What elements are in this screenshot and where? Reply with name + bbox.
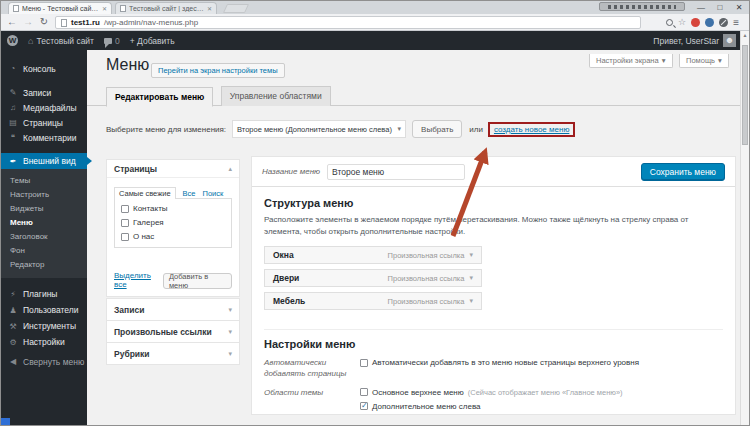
sidebar-item-pages[interactable]: ▤ Страницы xyxy=(1,115,87,130)
tab-edit-menus[interactable]: Редактировать меню xyxy=(106,87,213,107)
window-maximize-button[interactable]: □ xyxy=(712,1,728,13)
tab-view-all[interactable]: Все xyxy=(183,189,196,198)
reload-icon[interactable]: ↻ xyxy=(37,16,51,27)
adminbar-site-label: Тестовый сайт xyxy=(36,36,94,46)
forward-icon[interactable]: → xyxy=(21,16,35,27)
sidebar-item-media[interactable]: ♫ Медиафайлы xyxy=(1,100,87,115)
scrollbar-thumb[interactable] xyxy=(742,45,748,145)
sidebar-collapse-menu[interactable]: ◀ Свернуть меню xyxy=(1,354,87,369)
chevron-down-icon[interactable]: ▾ xyxy=(469,251,473,259)
tab-search[interactable]: Поиск xyxy=(203,189,224,198)
panel-toggle-icon[interactable]: ▴ xyxy=(228,165,232,173)
wp-admin-bar: W ⌂ Тестовый сайт 0 + Добавить Привет, U… xyxy=(1,31,742,50)
accordion-custom-links[interactable]: Произвольные ссылки ▾ xyxy=(106,320,240,343)
screen-options-button[interactable]: Настройки экрана ▾ xyxy=(589,54,673,68)
extension-icon-blue[interactable] xyxy=(705,18,714,27)
browser-tab-active[interactable]: Меню - Тестовый сайт — ✕ xyxy=(8,2,112,14)
submenu-item-themes[interactable]: Темы xyxy=(1,174,87,188)
menu-item-label: Двери xyxy=(273,273,299,283)
checkbox[interactable] xyxy=(360,402,368,410)
sidebar-item-plugins[interactable]: ⚡ Плагины xyxy=(1,286,87,302)
posts-icon: ✎ xyxy=(8,88,18,97)
tab-close-icon[interactable]: ✕ xyxy=(207,5,212,12)
extension-icon-dark[interactable] xyxy=(719,18,728,27)
pages-panel-header[interactable]: Страницы ▴ xyxy=(107,160,239,178)
plugins-icon: ⚡ xyxy=(8,290,18,299)
submenu-item-background[interactable]: Фон xyxy=(1,244,87,258)
menu-item-label: Мебель xyxy=(273,296,305,306)
area-option-note: (Сейчас отображает меню «Главное меню») xyxy=(468,388,623,397)
wordpress-logo-icon[interactable]: W xyxy=(7,35,18,46)
submenu-item-header[interactable]: Заголовок xyxy=(1,230,87,244)
page-item-label: Галерея xyxy=(133,218,164,227)
home-icon: ⌂ xyxy=(28,36,33,46)
scrollbar-up-icon[interactable]: ▲ xyxy=(741,31,749,40)
menu-name-input[interactable] xyxy=(327,164,465,180)
sidebar-item-label: Пользователи xyxy=(23,305,78,315)
sidebar-item-appearance[interactable]: ✒ Внешний вид xyxy=(1,153,87,169)
adminbar-add-new-link[interactable]: + Добавить xyxy=(130,36,175,46)
menu-select-dropdown[interactable]: Второе меню (Дополнительное меню слева) … xyxy=(232,120,406,138)
tab-most-recent[interactable]: Самые свежие xyxy=(114,187,176,199)
sidebar-item-label: Консоль xyxy=(23,64,56,74)
help-label: Помощь xyxy=(686,56,715,65)
adminbar-greeting[interactable]: Привет, UserStar xyxy=(653,36,719,46)
save-menu-button[interactable]: Сохранить меню xyxy=(641,163,725,181)
customize-theme-button[interactable]: Перейти на экран настройки темы xyxy=(151,63,285,78)
accordion-posts[interactable]: Записи ▾ xyxy=(106,298,240,321)
back-icon[interactable]: ← xyxy=(5,16,19,27)
chevron-down-icon[interactable]: ▾ xyxy=(469,297,473,305)
browser-menu-icon[interactable]: ≡ xyxy=(733,18,739,28)
comments-count: 0 xyxy=(115,36,120,46)
sidebar-item-tools[interactable]: ⚒ Инструменты xyxy=(1,318,87,334)
checkbox[interactable] xyxy=(121,219,129,227)
page-scrollbar[interactable]: ▲ xyxy=(740,31,749,425)
sidebar-item-label: Плагины xyxy=(23,289,57,299)
menu-editor-panel: Название меню Сохранить меню Структура м… xyxy=(251,156,736,415)
sidebar-item-dashboard[interactable]: ◔ Консоль xyxy=(1,61,87,76)
submenu-item-menus[interactable]: Меню xyxy=(1,216,87,230)
window-minimize-button[interactable]: — xyxy=(693,1,709,13)
new-tab-button[interactable] xyxy=(223,4,249,13)
tab-manage-locations[interactable]: Управление областями xyxy=(221,86,331,106)
sidebar-item-comments[interactable]: ❝ Комментарии xyxy=(1,130,87,145)
submenu-item-customize[interactable]: Настроить xyxy=(1,188,87,202)
page-title: Меню xyxy=(106,56,149,74)
checkbox[interactable] xyxy=(121,205,129,213)
zoom-icon[interactable] xyxy=(666,19,673,26)
tab-close-icon[interactable]: ✕ xyxy=(102,5,107,12)
user-avatar[interactable]: ☻ xyxy=(723,34,736,47)
pages-panel-title: Страницы xyxy=(114,164,157,174)
adminbar-comments-link[interactable]: 0 xyxy=(104,36,120,46)
accordion-title: Рубрики xyxy=(114,349,150,359)
adminbar-site-link[interactable]: ⌂ Тестовый сайт xyxy=(28,36,94,46)
select-all-link[interactable]: Выделить все xyxy=(114,271,163,289)
sidebar-item-settings[interactable]: ⚙ Настройки xyxy=(1,334,87,350)
browser-tab-inactive[interactable]: Тестовый сайт | здесь ... ✕ xyxy=(115,2,217,14)
bookmark-star-icon[interactable]: ☆ xyxy=(678,18,686,27)
menu-item-okna[interactable]: Окна Произвольная ссылка ▾ xyxy=(264,246,482,264)
checkbox[interactable] xyxy=(360,359,368,367)
checkbox[interactable] xyxy=(121,233,129,241)
accordion-categories[interactable]: Рубрики ▾ xyxy=(106,342,240,365)
add-to-menu-button[interactable]: Добавить в меню xyxy=(163,273,232,289)
create-new-menu-link[interactable]: создать новое меню xyxy=(494,125,569,134)
sidebar-item-users[interactable]: ♟ Пользователи xyxy=(1,302,87,318)
window-close-button[interactable]: ✕ xyxy=(731,1,747,13)
extension-icon-red[interactable] xyxy=(691,18,700,27)
menu-item-mebel[interactable]: Мебель Произвольная ссылка ▾ xyxy=(264,292,482,310)
menu-item-dveri[interactable]: Двери Произвольная ссылка ▾ xyxy=(264,269,482,287)
submenu-item-widgets[interactable]: Виджеты xyxy=(1,202,87,216)
menu-select-row: Выберите меню для изменения: Второе меню… xyxy=(106,116,575,142)
screen-options-label: Настройки экрана xyxy=(596,56,659,65)
sidebar-item-posts[interactable]: ✎ Записи xyxy=(1,85,87,100)
checkbox[interactable] xyxy=(360,388,368,396)
select-menu-button[interactable]: Выбрать xyxy=(412,120,462,138)
help-button[interactable]: Помощь ▾ xyxy=(679,54,729,68)
submenu-item-editor[interactable]: Редактор xyxy=(1,258,87,272)
address-bar[interactable]: test1.ru/wp-admin/nav-menus.php xyxy=(55,16,641,29)
browser-window: Меню - Тестовый сайт — ✕ Тестовый сайт |… xyxy=(0,0,750,426)
page-icon xyxy=(61,19,67,27)
chevron-down-icon[interactable]: ▾ xyxy=(469,274,473,282)
auto-add-label: Автоматически добавлять страницы xyxy=(264,358,360,380)
